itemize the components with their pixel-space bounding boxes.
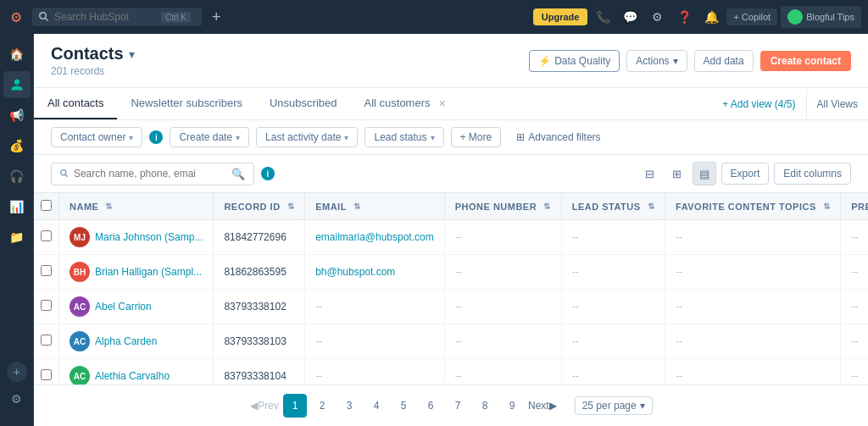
actions-button[interactable]: Actions ▾ — [626, 50, 687, 72]
tab-all-customers[interactable]: All customers ✕ — [350, 88, 459, 119]
sidebar-icon-marketing[interactable]: 📢 — [3, 102, 31, 129]
edit-columns-button[interactable]: Edit columns — [774, 163, 851, 185]
search-input-icon[interactable]: 🔍 — [231, 168, 245, 180]
record-id-sort-icon: ⇅ — [287, 202, 295, 211]
upgrade-button[interactable]: Upgrade — [533, 8, 588, 25]
record-id-column-header[interactable]: RECORD ID⇅ — [214, 193, 305, 220]
all-views-button[interactable]: All Views — [806, 90, 868, 119]
record-id-cell: 81842772696 — [214, 220, 305, 255]
copilot-button[interactable]: + Copilot — [726, 8, 777, 25]
lead-status-filter[interactable]: Lead status ▾ — [364, 127, 443, 147]
add-view-button[interactable]: + Add view (4/5) — [712, 90, 805, 119]
phone-column-header[interactable]: PHONE NUMBER⇅ — [444, 193, 561, 220]
add-data-button[interactable]: Add data — [694, 50, 754, 72]
email-column-header[interactable]: EMAIL⇅ — [305, 193, 445, 220]
actions-chevron-icon: ▾ — [673, 55, 678, 67]
page-1-button[interactable]: 1 — [283, 394, 307, 418]
page-title-chevron-icon[interactable]: ▾ — [129, 47, 135, 61]
contact-name-link[interactable]: Maria Johnson (Samp... — [95, 231, 203, 243]
global-search[interactable]: Ctrl K — [32, 8, 202, 26]
preferred-channel-column-header[interactable]: PREFERRED CHANNE...⇅ — [841, 193, 868, 220]
page-5-button[interactable]: 5 — [392, 394, 415, 418]
help-icon[interactable]: ❓ — [672, 5, 696, 29]
tab-all-contacts[interactable]: All contacts — [34, 88, 117, 119]
contact-name-link[interactable]: Alpha Carden — [95, 335, 157, 347]
select-all-checkbox[interactable] — [41, 200, 52, 211]
advanced-filters-button[interactable]: ⊞ Advanced filters — [508, 128, 609, 147]
export-button[interactable]: Export — [721, 163, 770, 185]
content-topics-cell: -- — [665, 324, 841, 359]
page-4-button[interactable]: 4 — [364, 394, 388, 418]
email-link[interactable]: emailmaria@hubspot.com — [315, 231, 434, 243]
global-search-input[interactable] — [54, 11, 156, 23]
record-id-cell: 83793338102 — [214, 290, 305, 324]
data-quality-button[interactable]: ⚡ Data Quality — [529, 50, 620, 72]
lead-status-value: -- — [572, 370, 579, 382]
top-navigation: ⚙ Ctrl K + Upgrade 📞 💬 ⚙ ❓ 🔔 + Copilot B… — [0, 0, 868, 34]
search-shortcut: Ctrl K — [161, 12, 191, 23]
phone-cell: -- — [444, 290, 561, 324]
data-quality-label: Data Quality — [554, 55, 610, 67]
lead-status-label: Lead status — [374, 131, 426, 143]
tab-unsubscribed[interactable]: Unsubscribed — [256, 88, 351, 119]
row-checkbox[interactable] — [41, 300, 52, 311]
sidebar-icon-reports[interactable]: 📊 — [3, 193, 31, 220]
page-2-button[interactable]: 2 — [310, 394, 334, 418]
next-page-button[interactable]: Next ▶ — [527, 394, 558, 418]
prev-page-button[interactable]: ◀ Prev — [249, 394, 280, 418]
lead-status-value: -- — [572, 301, 579, 313]
phone-cell: -- — [444, 324, 561, 359]
contact-name-link[interactable]: Brian Halligan (Sampl... — [95, 266, 202, 278]
email-cell: -- — [305, 359, 445, 385]
notifications-icon[interactable]: 🔔 — [699, 5, 723, 29]
lead-status-column-header[interactable]: LEAD STATUS⇅ — [561, 193, 665, 220]
account-button[interactable]: Blogful Tips — [781, 6, 861, 28]
content-topics-column-header[interactable]: FAVORITE CONTENT TOPICS⇅ — [665, 193, 841, 220]
sidebar-icon-files[interactable]: 📁 — [3, 224, 31, 251]
email-sort-icon: ⇅ — [353, 202, 361, 211]
create-date-filter[interactable]: Create date ▾ — [170, 127, 249, 147]
view-list-icon[interactable]: ⊟ — [638, 162, 662, 185]
view-table-icon[interactable]: ▤ — [693, 162, 716, 185]
phone-cell: -- — [444, 255, 561, 290]
tab-close-icon[interactable]: ✕ — [438, 98, 446, 108]
create-date-chevron-icon: ▾ — [236, 133, 240, 142]
chat-icon[interactable]: 💬 — [618, 5, 642, 29]
page-7-button[interactable]: 7 — [446, 394, 470, 418]
contact-owner-filter[interactable]: Contact owner ▾ — [51, 127, 142, 147]
page-3-button[interactable]: 3 — [337, 394, 361, 418]
phone-icon[interactable]: 📞 — [591, 5, 615, 29]
sidebar-add-button[interactable]: + — [7, 362, 27, 382]
sidebar-icon-contacts[interactable] — [3, 71, 31, 98]
sidebar-icon-sales[interactable]: 💰 — [3, 132, 31, 159]
more-filters-button[interactable]: + More — [451, 127, 502, 147]
view-card-icon[interactable]: ⊞ — [665, 162, 689, 185]
contact-name-link[interactable]: Alethia Carvalho — [95, 370, 170, 382]
sidebar-icon-settings[interactable]: ⚙ — [3, 385, 31, 412]
add-tab-button[interactable]: + — [209, 8, 225, 26]
row-checkbox[interactable] — [41, 369, 52, 380]
row-checkbox[interactable] — [41, 265, 52, 276]
page-6-button[interactable]: 6 — [419, 394, 442, 418]
last-activity-filter[interactable]: Last activity date ▾ — [256, 127, 358, 147]
sidebar-icon-home[interactable]: 🏠 — [3, 41, 31, 68]
per-page-select[interactable]: 25 per page ▾ — [575, 396, 653, 415]
settings-icon[interactable]: ⚙ — [645, 5, 669, 29]
svg-point-2 — [61, 170, 66, 175]
contact-name-link[interactable]: Abel Carrion — [95, 301, 152, 313]
row-checkbox[interactable] — [41, 230, 52, 241]
sidebar-icon-service[interactable]: 🎧 — [3, 163, 31, 190]
row-checkbox[interactable] — [41, 335, 52, 346]
page-9-button[interactable]: 9 — [500, 394, 524, 418]
table-row: AC Alethia Carvalho83793338104---------- — [34, 359, 868, 385]
table-search-box[interactable]: 🔍 — [51, 163, 254, 185]
select-all-header[interactable] — [34, 193, 59, 220]
create-contact-button[interactable]: Create contact — [760, 51, 851, 71]
account-avatar — [787, 9, 803, 25]
name-column-header[interactable]: NAME⇅ — [59, 193, 214, 220]
table-search-input[interactable] — [74, 168, 226, 180]
hubspot-logo: ⚙ — [7, 9, 25, 25]
tab-newsletter[interactable]: Newsletter subscribers — [117, 88, 256, 119]
page-8-button[interactable]: 8 — [473, 394, 497, 418]
email-link[interactable]: bh@hubspot.com — [315, 266, 395, 278]
